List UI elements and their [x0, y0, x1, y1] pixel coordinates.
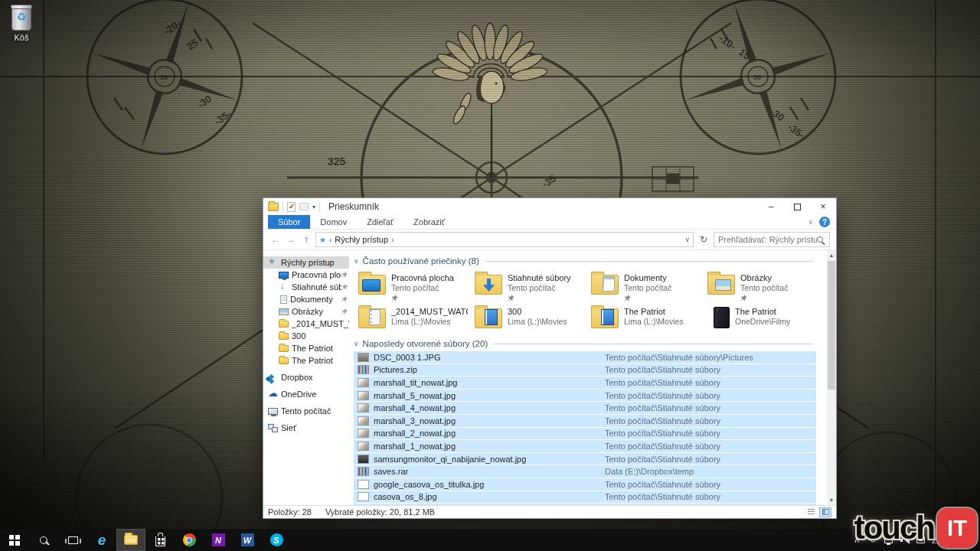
- file-row[interactable]: marshall_tit_nowat.jpg Tento počítač\Sti…: [354, 377, 816, 390]
- scrollbar-thumb[interactable]: [828, 261, 835, 390]
- sidebar-item[interactable]: The Patriot: [263, 342, 349, 354]
- file-row[interactable]: google_casova_os_titulka.jpg Tento počít…: [354, 478, 816, 491]
- tab-Zdieľať[interactable]: Zdieľať: [357, 215, 403, 229]
- file-row[interactable]: marshall_2_nowat.jpg Tento počítač\Stiah…: [354, 428, 816, 441]
- sidebar-item[interactable]: Dropbox: [263, 371, 349, 383]
- rar-thumbnail-icon: [358, 467, 369, 476]
- folder-tile[interactable]: _2014_MUST_WATCH Lima (L:)\Movies: [358, 302, 475, 336]
- file-location: Tento počítač\Stiahnuté súbory: [605, 391, 720, 400]
- folder-tile[interactable]: The Patriot OneDrive\Filmy: [707, 302, 824, 336]
- file-row[interactable]: marshall_4_nowat.jpg Tento počítač\Stiah…: [354, 402, 816, 415]
- scroll-up-icon[interactable]: ▲: [827, 250, 836, 260]
- chevron-down-icon[interactable]: ∨: [354, 340, 359, 347]
- sidebar-item-label: Stiahnuté súbory: [292, 282, 341, 292]
- folder-tile[interactable]: Dokumenty Tento počítač: [591, 269, 707, 302]
- file-location: Tento počítač\Stiahnuté súbory: [605, 365, 720, 374]
- chevron-down-icon[interactable]: ∨: [354, 257, 359, 265]
- maximize-button[interactable]: [784, 198, 810, 215]
- folder-document-icon: [591, 275, 619, 295]
- sidebar-item-label: Tento počítač: [281, 406, 349, 416]
- breadcrumb[interactable]: Rýchly prístup: [335, 235, 388, 244]
- recycle-bin[interactable]: ♻ Kôš: [5, 6, 38, 42]
- folder-tile[interactable]: 300 Lima (L:)\Movies: [475, 302, 591, 336]
- taskbar-word[interactable]: W: [233, 529, 262, 551]
- file-row[interactable]: marshall_3_nowat.jpg Tento počítač\Stiah…: [354, 415, 816, 428]
- back-icon[interactable]: ←: [270, 234, 282, 245]
- group-header-frequent[interactable]: ∨ Často používané priečinky (8): [354, 256, 816, 266]
- sidebar-item[interactable]: _2014_MUST_WATCH: [263, 318, 349, 330]
- sidebar-item[interactable]: Rýchly prístup: [263, 256, 349, 269]
- help-icon[interactable]: ?: [819, 217, 830, 227]
- taskbar-start[interactable]: [0, 529, 29, 551]
- taskbar-onenote[interactable]: N: [204, 529, 233, 551]
- file-row[interactable]: Pictures.zip Tento počítač\Stiahnuté súb…: [354, 364, 816, 377]
- tab-Súbor[interactable]: Súbor: [268, 215, 310, 229]
- sidebar-item[interactable]: Dokumenty: [263, 293, 349, 305]
- address-box[interactable]: ★ › Rýchly prístup › ∨: [315, 232, 694, 247]
- recycle-arrows-icon: ♻: [12, 11, 31, 22]
- taskbar-file-explorer[interactable]: [116, 529, 145, 551]
- sidebar-item[interactable]: The Patriot: [263, 354, 349, 367]
- folder-tile[interactable]: The Patriot Lima (L:)\Movies: [591, 302, 707, 336]
- group-header-recent[interactable]: ∨ Naposledy otvorené súbory (20): [354, 339, 816, 348]
- list-view-button[interactable]: [805, 507, 817, 517]
- sidebar-item[interactable]: Pracovná plocha: [263, 269, 349, 281]
- sidebar-item[interactable]: 300: [263, 330, 349, 342]
- minimize-button[interactable]: –: [758, 198, 784, 215]
- file-row[interactable]: marshall_1_nowat.jpg Tento počítač\Stiah…: [354, 440, 816, 453]
- watermark-badge: IT: [937, 508, 977, 548]
- file-row[interactable]: DSC_0003 1.JPG Tento počítač\Stiahnuté s…: [354, 351, 816, 364]
- title-bar[interactable]: ▾ Prieskumník – ×: [263, 198, 836, 215]
- folder-tile[interactable]: Stiahnuté súbory Tento počítač: [475, 269, 591, 302]
- search-box[interactable]: Prehľadávať: Rýchly prístup: [714, 232, 830, 247]
- photo-thumbnail-icon: [358, 391, 369, 400]
- taskbar-edge[interactable]: e: [87, 529, 116, 551]
- file-location: Tento počítač\Stiahnuté súbory: [605, 429, 720, 438]
- file-row[interactable]: saves.rar Data (E:)\Dropbox\temp: [354, 465, 816, 478]
- folder-tile[interactable]: Obrázky Tento počítač: [707, 269, 824, 302]
- sidebar-item[interactable]: Stiahnuté súbory: [263, 281, 349, 293]
- taskbar-skype[interactable]: S: [262, 529, 291, 551]
- explorer-window: ▾ Prieskumník – × SúborDomovZdieľaťZobra…: [263, 197, 837, 519]
- sidebar-item[interactable]: Sieť: [263, 422, 349, 434]
- details-view-button[interactable]: [819, 507, 831, 517]
- tab-Zobraziť[interactable]: Zobraziť: [403, 215, 455, 229]
- vertical-scrollbar[interactable]: ▲ ▼: [827, 250, 836, 505]
- forward-icon[interactable]: →: [285, 234, 297, 245]
- sidebar-item[interactable]: OneDrive: [263, 388, 349, 400]
- breadcrumb-chevron[interactable]: ›: [391, 236, 394, 244]
- new-folder-icon[interactable]: [299, 203, 309, 210]
- taskbar-chrome[interactable]: [175, 529, 204, 551]
- page-thumbnail-icon: [358, 480, 369, 489]
- sidebar-item[interactable]: Tento počítač: [263, 405, 349, 417]
- search-icon: [817, 236, 823, 243]
- file-location: Data (E:)\Dropbox\temp: [605, 467, 694, 476]
- taskbar-store[interactable]: [145, 529, 175, 551]
- close-button[interactable]: ×: [810, 198, 836, 215]
- sidebar-item-label: _2014_MUST_WATCH: [292, 319, 349, 328]
- address-dropdown-icon[interactable]: ∨: [684, 236, 690, 243]
- folder-tile[interactable]: Pracovná plocha Tento počítač: [358, 269, 475, 302]
- tab-Domov[interactable]: Domov: [310, 215, 357, 229]
- qat-dropdown-icon[interactable]: ▾: [312, 204, 315, 210]
- file-row[interactable]: marshall_5_nowat.jpg Tento počítač\Stiah…: [354, 390, 816, 403]
- taskbar-task-view[interactable]: [58, 529, 87, 551]
- taskbar-search[interactable]: [29, 529, 58, 551]
- file-row[interactable]: samsungmonitor_qi_nabijanie_nowat.jpg Te…: [354, 453, 816, 466]
- pin-icon: [341, 282, 348, 292]
- file-row[interactable]: casova_os_8.jpg Tento počítač\Stiahnuté …: [354, 491, 816, 504]
- folder-download-icon: [475, 275, 502, 295]
- refresh-icon[interactable]: ↻: [697, 234, 710, 245]
- view-toggles: [805, 507, 831, 517]
- file-name: saves.rar: [374, 467, 605, 476]
- scroll-down-icon[interactable]: ▼: [827, 495, 836, 505]
- sidebar-item[interactable]: Obrázky: [263, 305, 349, 318]
- sidebar-item-label: The Patriot: [292, 344, 349, 353]
- file-location: Tento počítač\Stiahnuté súbory: [605, 403, 720, 412]
- ribbon-collapse-icon[interactable]: ∨: [808, 218, 813, 226]
- properties-icon[interactable]: [287, 202, 296, 212]
- ribbon-tabs: SúborDomovZdieľaťZobraziť ∨ ?: [263, 215, 836, 230]
- download-icon: [279, 283, 289, 292]
- pin-icon: [341, 307, 348, 316]
- up-icon[interactable]: ↑: [300, 234, 312, 245]
